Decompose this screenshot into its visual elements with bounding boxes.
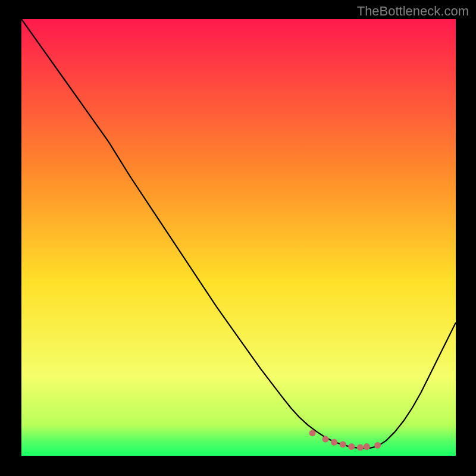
marker-point: [322, 436, 329, 443]
plot-area: [21, 19, 456, 456]
marker-point: [348, 443, 355, 450]
chart-container: TheBottleneck.com: [0, 0, 476, 476]
gradient-background: [21, 19, 456, 456]
marker-point: [331, 439, 337, 446]
watermark-text: TheBottleneck.com: [357, 4, 469, 19]
marker-point: [364, 443, 370, 450]
marker-point: [340, 441, 346, 447]
marker-point: [357, 444, 364, 451]
marker-point: [309, 430, 316, 436]
marker-point: [374, 442, 381, 449]
chart-svg: [21, 19, 456, 456]
